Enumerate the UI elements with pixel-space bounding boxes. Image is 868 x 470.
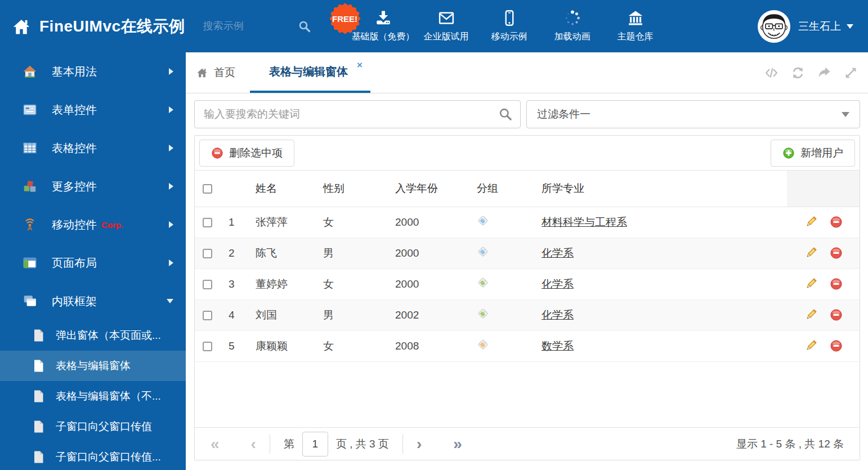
- column-header-index: [221, 171, 248, 207]
- form-icon: [23, 102, 37, 117]
- sidebar-subitem-grid-edit-window-2[interactable]: 表格与编辑窗体（不...: [0, 381, 186, 411]
- major-link[interactable]: 化学系: [542, 278, 574, 290]
- row-checkbox[interactable]: [203, 280, 212, 289]
- delete-row-icon[interactable]: [830, 339, 843, 352]
- sidebar-subitem-grid-edit-window[interactable]: 表格与编辑窗体: [0, 351, 186, 381]
- sidebar: 基本用法 表单控件 表格控件: [0, 52, 186, 470]
- sidebar-item-mobile-controls[interactable]: 移动控件 Corp.: [0, 205, 186, 244]
- brand[interactable]: FineUIMvc在线示例: [0, 16, 185, 37]
- header-search-input[interactable]: [203, 20, 288, 32]
- nav-enterprise-trial[interactable]: 企业版试用: [415, 10, 478, 43]
- cell-gender: 女: [315, 207, 387, 238]
- search-icon[interactable]: [498, 107, 513, 122]
- major-link[interactable]: 化学系: [542, 309, 574, 321]
- delete-row-icon[interactable]: [830, 308, 843, 321]
- user-menu[interactable]: 三生石上: [758, 10, 868, 43]
- chevron-right-icon: [169, 259, 173, 266]
- chevron-right-icon: [169, 106, 173, 113]
- file-icon: [33, 420, 44, 433]
- row-checkbox[interactable]: [203, 249, 212, 258]
- sidebar-item-basic-usage[interactable]: 基本用法: [0, 52, 186, 91]
- filter-dropdown-value: 过滤条件一: [537, 107, 590, 122]
- refresh-icon[interactable]: [791, 66, 805, 80]
- row-checkbox[interactable]: [203, 218, 212, 227]
- add-user-button[interactable]: 新增用户: [771, 140, 855, 167]
- last-page-button[interactable]: »: [453, 436, 462, 452]
- sidebar-item-form-controls[interactable]: 表单控件: [0, 91, 186, 129]
- page-suffix-label: 页 , 共 3 页: [336, 437, 389, 451]
- file-icon: [33, 359, 44, 373]
- keyword-search-input[interactable]: [194, 100, 521, 128]
- sidebar-item-page-layout[interactable]: 页面布局: [0, 244, 186, 282]
- prev-page-button[interactable]: ‹: [251, 436, 256, 452]
- nav-mobile-demo[interactable]: 移动示例: [478, 10, 541, 43]
- cell-gender: 女: [315, 330, 387, 361]
- tab-grid-edit-window[interactable]: 表格与编辑窗体 ×: [250, 52, 370, 93]
- keyword-search: [194, 100, 521, 128]
- home-icon: [196, 66, 208, 79]
- tag-icon: [477, 338, 489, 351]
- delete-row-icon[interactable]: [830, 216, 843, 229]
- filter-dropdown[interactable]: 过滤条件一: [526, 100, 860, 128]
- cell-name: 陈飞: [248, 238, 315, 268]
- edit-pencil-icon[interactable]: [804, 339, 817, 352]
- avatar: [758, 10, 790, 43]
- chevron-right-icon: [169, 68, 173, 75]
- tab-home[interactable]: 首页: [194, 52, 250, 93]
- delete-row-icon[interactable]: [830, 277, 843, 290]
- main-content: 首页 表格与编辑窗体 ×: [186, 52, 868, 470]
- major-link[interactable]: 数学系: [542, 340, 574, 352]
- cell-gender: 男: [315, 299, 387, 330]
- cell-year: 2000: [387, 268, 469, 299]
- major-link[interactable]: 化学系: [542, 247, 574, 259]
- filter-row: 过滤条件一: [194, 100, 860, 128]
- delete-selected-button[interactable]: 删除选中项: [199, 140, 294, 167]
- next-page-button[interactable]: ›: [417, 436, 422, 452]
- mobile-icon: [501, 10, 518, 26]
- delete-row-icon[interactable]: [830, 247, 843, 259]
- major-link[interactable]: 材料科学与工程系: [542, 216, 627, 228]
- sidebar-submenu: 弹出窗体（本页面或... 表格与编辑窗体 表格与编辑窗体（不...: [0, 320, 186, 470]
- edit-pencil-icon[interactable]: [804, 247, 817, 259]
- cell-gender: 女: [315, 268, 387, 299]
- column-header-major: 所学专业: [534, 171, 787, 207]
- column-header-name: 姓名: [248, 171, 315, 207]
- chevron-right-icon: [169, 183, 173, 190]
- edit-pencil-icon[interactable]: [804, 308, 817, 321]
- envelope-icon: [438, 10, 455, 26]
- chevron-right-icon: [169, 145, 173, 151]
- expand-icon[interactable]: [844, 66, 858, 80]
- table-row: 2 陈飞 男 2000 化学系: [195, 238, 860, 268]
- search-icon[interactable]: [298, 20, 311, 33]
- corp-badge: Corp.: [101, 220, 123, 230]
- table-row: 3 董婷婷 女 2000 化学系: [195, 268, 860, 299]
- source-code-icon[interactable]: [764, 66, 778, 80]
- edit-pencil-icon[interactable]: [804, 277, 817, 290]
- tag-icon: [477, 276, 489, 289]
- sidebar-subitem-popup-window[interactable]: 弹出窗体（本页面或...: [0, 320, 186, 351]
- row-checkbox[interactable]: [203, 311, 212, 320]
- sidebar-item-grid-controls[interactable]: 表格控件: [0, 129, 186, 167]
- nav-loading-animation[interactable]: 加载动画: [541, 10, 604, 43]
- grid-toolbar: 删除选中项 新增用户: [195, 136, 860, 171]
- tab-toolbar: [764, 52, 858, 93]
- table-area: 姓名 性别 入学年份 分组 所学专业 1 张萍萍: [195, 171, 860, 427]
- select-all-checkbox[interactable]: [203, 184, 212, 194]
- cell-name: 张萍萍: [248, 207, 315, 238]
- row-checkbox[interactable]: [203, 342, 212, 351]
- file-icon: [33, 329, 44, 342]
- share-arrow-icon[interactable]: [817, 66, 831, 80]
- sidebar-subitem-child-to-parent-2[interactable]: 子窗口向父窗口传值...: [0, 442, 186, 470]
- sidebar-item-inline-frame[interactable]: 内联框架: [0, 282, 186, 320]
- home-icon: [11, 16, 32, 37]
- nav-theme-store[interactable]: 主题仓库: [604, 10, 667, 43]
- sidebar-item-more-controls[interactable]: 更多控件: [0, 167, 186, 205]
- close-icon[interactable]: ×: [357, 60, 363, 70]
- nav-basic-version[interactable]: FREE! 基础版（免费）: [352, 10, 415, 43]
- sidebar-subitem-child-to-parent[interactable]: 子窗口向父窗口传值: [0, 411, 186, 442]
- page-number-input[interactable]: [302, 432, 328, 456]
- edit-pencil-icon[interactable]: [804, 216, 817, 229]
- first-page-button[interactable]: «: [211, 436, 220, 452]
- minus-circle-icon: [211, 147, 223, 159]
- header-nav: FREE! 基础版（免费） 企业版试用: [352, 10, 667, 43]
